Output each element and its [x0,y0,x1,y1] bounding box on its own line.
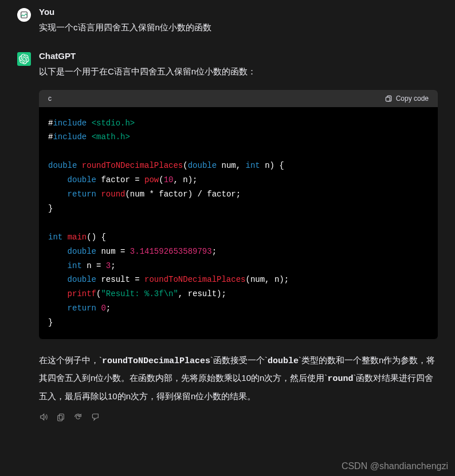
copy-message-button[interactable] [56,412,65,424]
regenerate-button[interactable] [73,412,83,424]
assistant-intro: 以下是一个用于在C语言中四舍五入保留n位小数的函数： [39,64,438,79]
assistant-message: ChatGPT 以下是一个用于在C语言中四舍五入保留n位小数的函数： c Cop… [0,44,455,433]
message-actions [39,412,438,424]
user-content: You 实现一个c语言用四舍五入保留n位小数的函数 [39,7,438,35]
code-block: c Copy code #include <stdio.h> #include … [39,90,438,340]
broken-image-icon [20,11,28,19]
svg-rect-3 [59,414,64,419]
openai-icon [19,54,29,64]
refresh-icon [73,412,83,422]
read-aloud-button[interactable] [39,412,48,424]
dislike-button[interactable] [91,412,100,424]
copy-icon [56,412,65,422]
assistant-content: ChatGPT 以下是一个用于在C语言中四舍五入保留n位小数的函数： c Cop… [39,51,438,424]
user-message: You 实现一个c语言用四舍五入保留n位小数的函数 [0,0,455,44]
svg-rect-4 [58,415,62,420]
user-author: You [39,7,438,17]
copy-code-button[interactable]: Copy code [385,95,429,103]
assistant-author: ChatGPT [39,51,438,61]
clipboard-icon [385,95,393,103]
assistant-explanation: 在这个例子中，`roundToNDecimalPlaces`函数接受一个`dou… [39,352,438,404]
copy-code-label: Copy code [396,95,429,103]
user-text: 实现一个c语言用四舍五入保留n位小数的函数 [39,20,438,35]
svg-rect-0 [21,12,28,18]
assistant-avatar [17,52,31,66]
code-content: #include <stdio.h> #include <math.h> dou… [39,107,438,340]
speaker-icon [39,412,48,422]
watermark: CSDN @shandianchengzi [342,461,448,471]
user-avatar [17,8,31,22]
thumbs-down-icon [91,412,100,422]
code-header: c Copy code [39,90,438,107]
code-language: c [48,95,52,103]
svg-rect-2 [386,97,390,101]
